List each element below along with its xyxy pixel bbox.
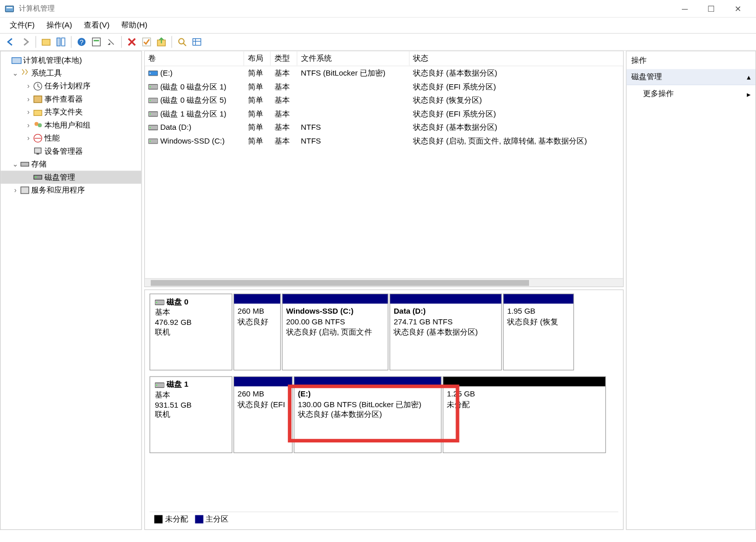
drive-icon: [155, 299, 165, 306]
minimize-button[interactable]: ─: [672, 1, 698, 17]
partition[interactable]: 1.95 GB状态良好 (恢复: [503, 294, 574, 370]
forward-button[interactable]: [18, 35, 33, 49]
tree-label: 任务计划程序: [44, 81, 90, 91]
tree-disk-management[interactable]: 磁盘管理: [1, 171, 141, 183]
svg-point-41: [150, 140, 151, 142]
menu-action[interactable]: 操作(A): [40, 19, 78, 32]
partition[interactable]: 1.25 GB未分配: [443, 376, 606, 453]
partition[interactable]: Data (D:)274.71 GB NTFS状态良好 (基本数据分区): [390, 294, 502, 370]
delete-button[interactable]: [125, 35, 139, 49]
volume-row[interactable]: Data (D:)简单基本NTFS状态良好 (基本数据分区): [145, 121, 623, 134]
vol-layout: 简单: [244, 81, 271, 92]
properties-button[interactable]: [140, 35, 154, 49]
svg-rect-29: [21, 187, 29, 194]
tree-label: 系统工具: [31, 68, 62, 79]
volume-row[interactable]: (磁盘 0 磁盘分区 1)简单基本状态良好 (EFI 系统分区): [145, 80, 623, 93]
disk-info[interactable]: 磁盘 1基本931.51 GB联机: [150, 376, 233, 453]
partition-status: 状态良好 (基本数据分区): [298, 410, 382, 419]
svg-rect-25: [36, 153, 39, 155]
col-volume[interactable]: 卷: [145, 52, 244, 66]
vol-status: 状态良好 (启动, 页面文件, 故障转储, 基本数据分区): [409, 135, 623, 146]
menu-file[interactable]: 文件(F): [4, 19, 40, 32]
menu-view[interactable]: 查看(V): [78, 19, 116, 32]
list-view-button[interactable]: [190, 35, 204, 49]
tree-local-users[interactable]: ›本地用户和组: [1, 119, 141, 131]
vol-type: 基本: [271, 95, 297, 106]
vol-status: 状态良好 (恢复分区): [409, 95, 623, 106]
col-layout[interactable]: 布局: [244, 52, 271, 66]
actions-section[interactable]: 磁盘管理▴: [627, 69, 755, 85]
vol-fs: NTFS: [297, 136, 410, 145]
partition[interactable]: 260 MB状态良好 (EFI: [234, 376, 293, 453]
partition[interactable]: 260 MB状态良好: [234, 294, 281, 370]
back-button[interactable]: [4, 35, 18, 49]
h-scrollbar[interactable]: [145, 278, 623, 287]
partition[interactable]: (E:)130.00 GB NTFS (BitLocker 已加密)状态良好 (…: [294, 376, 442, 453]
actions-more[interactable]: 更多操作▸: [627, 85, 755, 103]
disk-info[interactable]: 磁盘 0基本476.92 GB联机: [150, 294, 233, 370]
toolbar: ?: [0, 33, 756, 51]
disk-online: 联机: [155, 327, 170, 336]
volume-row[interactable]: (磁盘 0 磁盘分区 5)简单基本状态良好 (恢复分区): [145, 93, 623, 107]
vol-type: 基本: [271, 122, 297, 133]
tree-storage[interactable]: ⌄存储: [1, 158, 141, 171]
svg-rect-1: [7, 7, 13, 8]
partition-status: 状态良好 (EFI: [238, 399, 285, 408]
disk-size: 931.51 GB: [155, 400, 192, 409]
volume-row[interactable]: Windows-SSD (C:)简单基本NTFS状态良好 (启动, 页面文件, …: [145, 134, 623, 148]
refresh-view-button[interactable]: [89, 35, 104, 49]
disk-graphical-view[interactable]: 磁盘 0基本476.92 GB联机260 MB状态良好Windows-SSD (…: [144, 290, 624, 530]
maximize-button[interactable]: ☐: [698, 1, 725, 17]
menu-help[interactable]: 帮助(H): [116, 19, 153, 32]
tree-services-apps[interactable]: ›服务和应用程序: [1, 184, 141, 197]
col-status[interactable]: 状态: [409, 52, 623, 66]
tree-device-manager[interactable]: 设备管理器: [1, 145, 141, 157]
tree-root[interactable]: 计算机管理(本地): [1, 54, 141, 66]
tree-task-scheduler[interactable]: ›任务计划程序: [1, 80, 141, 92]
col-type[interactable]: 类型: [271, 52, 297, 66]
tree-performance[interactable]: ›性能: [1, 132, 141, 145]
vol-layout: 简单: [244, 67, 271, 78]
scrollbar-thumb[interactable]: [151, 280, 529, 286]
partition-header: [294, 377, 441, 387]
drive-icon: [148, 137, 158, 145]
svg-line-12: [184, 43, 186, 46]
find-button[interactable]: [175, 35, 189, 49]
col-fs[interactable]: 文件系统: [297, 52, 410, 66]
tree-label: 服务和应用程序: [31, 185, 85, 196]
up-button[interactable]: [39, 35, 53, 49]
tree-shared-folders[interactable]: ›共享文件夹: [1, 106, 141, 119]
tree-event-viewer[interactable]: ›事件查看器: [1, 93, 141, 106]
vol-status: 状态良好 (EFI 系统分区): [409, 108, 623, 119]
settings-button[interactable]: [104, 35, 119, 49]
tree-system-tools[interactable]: ⌄系统工具: [1, 67, 141, 80]
export-button[interactable]: [154, 35, 169, 49]
volume-row[interactable]: (磁盘 1 磁盘分区 1)简单基本状态良好 (EFI 系统分区): [145, 107, 623, 121]
vol-type: 基本: [271, 135, 297, 146]
tree-label: 事件查看器: [44, 94, 83, 105]
volume-list[interactable]: 卷 布局 类型 文件系统 状态 (E:)简单基本NTFS (BitLocker …: [144, 51, 624, 287]
partition-status: 未分配: [447, 399, 470, 408]
tree-label: 性能: [44, 133, 60, 144]
svg-rect-7: [93, 38, 101, 46]
tree-label: 本地用户和组: [44, 120, 90, 131]
close-button[interactable]: ✕: [725, 1, 751, 17]
partition-size: 200.00 GB NTFS: [286, 317, 345, 325]
svg-point-37: [150, 113, 151, 114]
help-button[interactable]: ?: [75, 35, 89, 49]
vol-type: 基本: [271, 67, 297, 78]
volume-row[interactable]: (E:)简单基本NTFS (BitLocker 已加密)状态良好 (基本数据分区…: [145, 66, 623, 80]
vol-name: (E:): [160, 68, 172, 77]
drive-icon: [148, 83, 158, 90]
svg-point-35: [150, 100, 151, 101]
tree-pane[interactable]: 计算机管理(本地) ⌄系统工具 ›任务计划程序 ›事件查看器 ›共享文件夹 ›本…: [0, 51, 142, 530]
vol-fs: NTFS: [297, 123, 410, 132]
show-hide-tree-button[interactable]: [54, 35, 68, 49]
volume-list-header[interactable]: 卷 布局 类型 文件系统 状态: [145, 52, 623, 66]
svg-rect-16: [12, 58, 21, 64]
partition[interactable]: Windows-SSD (C:)200.00 GB NTFS状态良好 (启动, …: [282, 294, 388, 370]
partition-header: [234, 377, 292, 387]
legend-primary: 主分区: [205, 514, 228, 523]
svg-rect-3: [57, 38, 60, 46]
svg-point-33: [150, 86, 151, 87]
